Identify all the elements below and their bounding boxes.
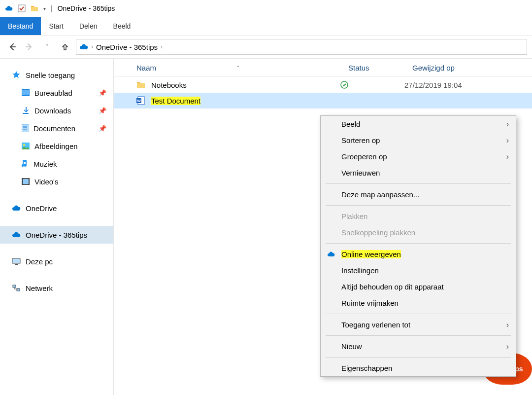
- sidebar-item-label: OneDrive - 365tips: [26, 231, 87, 239]
- svg-rect-16: [12, 258, 20, 263]
- nav-up-button[interactable]: [58, 40, 72, 54]
- ctx-label: Vernieuwen: [341, 169, 380, 177]
- ctx-view[interactable]: Beeld›: [321, 116, 516, 132]
- file-name: Notebooks: [151, 81, 340, 89]
- ctx-label: Ruimte vrijmaken: [341, 299, 399, 307]
- document-icon: [22, 124, 29, 132]
- ctx-label: Groeperen op: [341, 152, 387, 161]
- sidebar-item-music[interactable]: Muziek: [0, 155, 113, 173]
- context-menu-separator: [326, 205, 511, 206]
- chevron-right-icon[interactable]: ›: [161, 43, 163, 50]
- column-header-modified[interactable]: Gewijzigd op: [412, 64, 532, 72]
- checkbox-icon[interactable]: [18, 4, 26, 12]
- ctx-settings[interactable]: Instellingen: [321, 262, 516, 279]
- context-menu-separator: [326, 183, 511, 184]
- ctx-label: Toegang verlenen tot: [341, 321, 410, 329]
- svg-rect-13: [23, 179, 29, 184]
- svg-rect-5: [23, 113, 29, 114]
- svg-rect-4: [22, 90, 29, 95]
- sidebar-item-documents[interactable]: Documenten 📌: [0, 119, 113, 137]
- chevron-right-icon: ›: [506, 342, 509, 351]
- sidebar-network[interactable]: Netwerk: [0, 279, 113, 297]
- file-date: 27/12/2019 19:04: [404, 81, 532, 89]
- tab-bestand[interactable]: Bestand: [0, 17, 41, 35]
- ctx-always-keep[interactable]: Altijd behouden op dit apparaat: [321, 279, 516, 295]
- file-row[interactable]: Notebooks 27/12/2019 19:04: [114, 77, 532, 93]
- ctx-free-up-space[interactable]: Ruimte vrijmaken: [321, 295, 516, 311]
- svg-rect-0: [18, 5, 25, 12]
- title-separator: |: [51, 4, 53, 12]
- ctx-sort[interactable]: Sorteren op›: [321, 132, 516, 148]
- context-menu-separator: [326, 314, 511, 314]
- onedrive-cloud-icon: [5, 4, 13, 12]
- dropdown-indicator-icon[interactable]: ▾: [43, 6, 46, 11]
- column-header-label: Naam: [136, 64, 156, 72]
- onedrive-cloud-icon: [79, 44, 88, 50]
- chevron-right-icon[interactable]: ›: [91, 43, 93, 50]
- ctx-paste: Plakken: [321, 208, 516, 224]
- column-header-name[interactable]: Naam ˄: [114, 64, 348, 72]
- context-menu-separator: [326, 335, 511, 336]
- navigation-pane: Snelle toegang Bureaublad 📌 Downloads 📌 …: [0, 59, 114, 395]
- desktop-icon: [22, 89, 30, 96]
- ctx-label: Online weergeven: [341, 250, 401, 258]
- sidebar-quick-access[interactable]: Snelle toegang: [0, 66, 113, 84]
- ctx-customize-folder[interactable]: Deze map aanpassen...: [321, 186, 516, 203]
- ctx-new[interactable]: Nieuw›: [321, 338, 516, 355]
- pictures-icon: [22, 143, 30, 149]
- sidebar-item-label: Snelle toegang: [26, 71, 75, 79]
- onedrive-cloud-icon: [12, 205, 21, 211]
- sidebar-item-label: Muziek: [33, 160, 57, 168]
- folder-icon: [31, 4, 38, 12]
- svg-rect-14: [22, 178, 23, 185]
- sidebar-item-videos[interactable]: Video's: [0, 173, 113, 190]
- ctx-label: Altijd behouden op dit apparaat: [341, 283, 444, 291]
- ctx-label: Eigenschappen: [341, 364, 392, 372]
- computer-icon: [12, 258, 21, 265]
- sidebar-item-label: Downloads: [34, 107, 71, 115]
- nav-back-button[interactable]: [5, 40, 19, 54]
- sidebar-item-label: Documenten: [33, 124, 75, 133]
- download-icon: [22, 107, 30, 114]
- ctx-label: Nieuw: [341, 342, 362, 351]
- sort-indicator-icon: ˄: [237, 65, 239, 71]
- ctx-paste-shortcut: Snelkoppeling plakken: [321, 224, 516, 241]
- music-icon: [22, 160, 29, 168]
- ribbon-tabs: Bestand Start Delen Beeld: [0, 17, 532, 36]
- tab-start[interactable]: Start: [41, 17, 71, 35]
- ctx-refresh[interactable]: Vernieuwen: [321, 165, 516, 181]
- ctx-label: Sorteren op: [341, 136, 380, 144]
- sidebar-this-pc[interactable]: Deze pc: [0, 252, 113, 270]
- sidebar-onedrive[interactable]: OneDrive: [0, 199, 113, 217]
- sidebar-item-label: Bureaublad: [34, 89, 72, 97]
- ctx-label: Deze map aanpassen...: [341, 190, 419, 199]
- sidebar-item-downloads[interactable]: Downloads 📌: [0, 102, 113, 119]
- chevron-right-icon: ›: [506, 136, 509, 145]
- sidebar-onedrive-365tips[interactable]: OneDrive - 365tips: [0, 226, 113, 244]
- ctx-properties[interactable]: Eigenschappen: [321, 360, 516, 376]
- nav-recent-dropdown[interactable]: ˅: [40, 40, 54, 54]
- column-headers: Naam ˄ Status Gewijzigd op: [114, 59, 532, 77]
- pin-icon: 📌: [99, 125, 106, 132]
- column-header-status[interactable]: Status: [348, 64, 412, 72]
- breadcrumb[interactable]: › OneDrive - 365tips ›: [76, 39, 527, 55]
- sidebar-item-label: Afbeeldingen: [34, 142, 78, 150]
- sidebar-item-label: Netwerk: [26, 284, 53, 292]
- chevron-right-icon: ›: [506, 321, 509, 329]
- breadcrumb-segment[interactable]: OneDrive - 365tips: [96, 43, 158, 51]
- ctx-label: Beeld: [341, 120, 360, 128]
- star-icon: [12, 71, 21, 79]
- tab-delen[interactable]: Delen: [71, 17, 105, 35]
- window-title: OneDrive - 365tips: [58, 4, 115, 12]
- svg-rect-6: [22, 124, 29, 132]
- file-row[interactable]: W Test Document ✓: [114, 93, 532, 108]
- sidebar-item-pictures[interactable]: Afbeeldingen: [0, 137, 113, 155]
- tab-beeld[interactable]: Beeld: [105, 17, 139, 35]
- sidebar-item-desktop[interactable]: Bureaublad 📌: [0, 84, 113, 102]
- ctx-give-access[interactable]: Toegang verlenen tot›: [321, 317, 516, 333]
- ctx-label: Snelkoppeling plakken: [341, 228, 415, 237]
- ctx-group[interactable]: Groeperen op›: [321, 148, 516, 165]
- ctx-view-online[interactable]: Online weergeven: [321, 246, 516, 262]
- onedrive-cloud-icon: [12, 232, 21, 238]
- word-doc-icon: W: [136, 96, 146, 105]
